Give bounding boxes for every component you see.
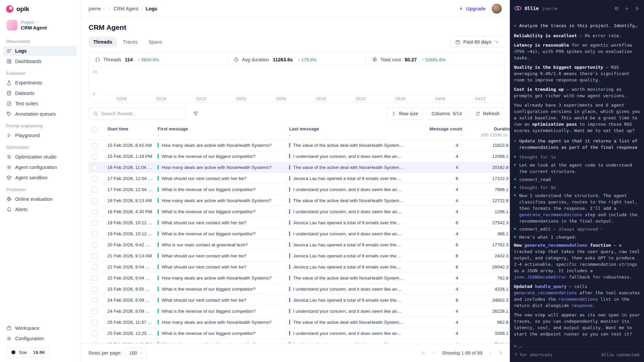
table-row[interactable]: 20 Feb 2026, 9:42 …Who is our main conta… [89, 239, 510, 250]
sidebar-item-optimization-studio[interactable]: Optimization studio [3, 152, 77, 162]
prev-page-button[interactable] [431, 350, 436, 355]
table-row[interactable]: 15 Feb 2026, 1:19 PMWhat is the revenue … [89, 151, 510, 162]
sidebar-item-alerts[interactable]: Alerts [3, 204, 77, 215]
rows-per-page-select[interactable]: 100 [125, 348, 147, 358]
row-checkbox[interactable] [92, 242, 97, 248]
sidebar-item-annotation-queues[interactable]: Annotation queues [3, 109, 77, 119]
table-row[interactable]: 15 Feb 2026, 8:42 AMHow many deals are a… [89, 140, 510, 151]
table-row[interactable]: 21 Feb 2026, 9:13 AMWhat should our next… [89, 250, 510, 261]
search-input[interactable] [101, 111, 181, 116]
sidebar-item-agent-configuration[interactable]: Agent configuration [3, 162, 77, 172]
stat-card-avg-duration[interactable]: Avg duration11263.6s↑ 179.9% [227, 53, 366, 67]
code-link[interactable]: recommendations [558, 297, 598, 302]
row-checkbox-cell [89, 228, 104, 239]
upgrade-button[interactable]: Upgrade [459, 6, 486, 11]
stat-card-total-cost[interactable]: Total cost$0.27↑ 52691.6% [366, 53, 504, 67]
table-row[interactable]: 25 Feb 2026, 12:25 …What is the revenue … [89, 328, 510, 339]
column-header-last-message[interactable]: Last message- [286, 124, 419, 140]
chat-input-prompt[interactable]: >… [514, 343, 640, 347]
column-header-start-time[interactable]: Start time- [104, 124, 154, 140]
last-message-cell: I understand your concern, and it does s… [286, 339, 419, 343]
row-checkbox[interactable] [92, 298, 97, 303]
table-row[interactable]: 22 Feb 2026, 9:04 …What should our next … [89, 261, 510, 273]
breadcrumb-workspace[interactable]: jverre [89, 6, 106, 11]
last-message-bar-icon [289, 331, 290, 336]
tab-traces[interactable]: Traces [118, 37, 142, 47]
stat-card-threads[interactable]: Threads114↑ 5600.0% [89, 53, 227, 67]
sidebar-item-playground[interactable]: Playground [3, 130, 77, 140]
sidebar-item-configuration[interactable]: Configuration [3, 334, 77, 344]
table-row[interactable]: 16 Feb 2026, 11:04 …How many deals are a… [89, 162, 510, 173]
code-link[interactable]: json.JSONDecodeError [514, 275, 567, 280]
sidebar-section-title: Production [0, 183, 80, 194]
collapse-panel-icon[interactable] [634, 6, 639, 11]
last-message-cell: I understand your concern, and it does s… [286, 206, 419, 217]
first-page-button[interactable] [421, 350, 426, 355]
table-row[interactable]: 19 Feb 2026, 10:12 …What is the revenue … [89, 228, 510, 239]
sidebar-item-dashboards[interactable]: Dashboards [3, 56, 77, 66]
table-row[interactable]: 22 Feb 2026, 9:04 …How many deals are ac… [89, 273, 510, 284]
table-row[interactable]: 25 Feb 2026, 11:47 …How many deals are a… [89, 317, 510, 328]
row-checkbox[interactable] [92, 154, 97, 159]
last-message-text: I understand your concern, and it does s… [293, 287, 401, 292]
sidebar-item-logs[interactable]: Logs [3, 46, 77, 56]
table-row[interactable]: 19 Feb 2026, 10:12 …What should our next… [89, 217, 510, 228]
date-range-button[interactable]: Past 60 days [450, 36, 504, 48]
column-header-message-count[interactable]: Message count- [419, 124, 464, 140]
row-size-button[interactable]: Row size [386, 107, 423, 120]
refresh-button[interactable]: Refresh [470, 107, 504, 120]
row-checkbox[interactable] [92, 209, 97, 215]
last-page-button[interactable] [498, 350, 503, 355]
column-header-first-message[interactable]: First message- [154, 124, 286, 140]
sidebar-item-experiments[interactable]: Experiments [3, 78, 77, 88]
row-checkbox[interactable] [92, 187, 97, 192]
filter-button[interactable] [189, 107, 202, 120]
column-header-duration[interactable]: Durationp50 12066.1s [464, 124, 510, 140]
code-link[interactable]: generate_recommendations [514, 290, 577, 295]
github-star-badge[interactable]: Star 18.9K [6, 347, 50, 357]
code-link[interactable]: response [572, 303, 593, 308]
code-link[interactable]: handle_query [535, 284, 567, 289]
row-checkbox-cell [89, 261, 104, 273]
sidebar-item-agent-sandbox[interactable]: Agent sandbox [3, 173, 77, 183]
row-checkbox[interactable] [92, 331, 97, 336]
new-chat-icon[interactable] [624, 6, 629, 11]
text-segment: Here's what I changed: [519, 235, 577, 240]
row-checkbox[interactable] [92, 176, 97, 181]
table-row[interactable]: 24 Feb 2026, 8:09 …What is the revenue o… [89, 306, 510, 317]
code-link[interactable]: generate_recommendations [519, 212, 582, 217]
table-row[interactable]: 18 Feb 2026, 4:30 PMWhat is the revenue … [89, 206, 510, 217]
sidebar-item-workspace[interactable]: Workspace [3, 323, 77, 333]
row-checkbox[interactable] [92, 220, 97, 226]
breadcrumb-project[interactable]: CRM Agent [113, 6, 138, 11]
row-checkbox[interactable] [92, 198, 97, 203]
table-row[interactable]: 17 Feb 2026, 12:54 …What should our next… [89, 173, 510, 184]
tab-threads[interactable]: Threads [89, 37, 117, 47]
columns-button[interactable]: Columns 8/14 [426, 107, 467, 120]
select-all-checkbox[interactable] [92, 127, 97, 132]
sidebar-item-datasets[interactable]: Datasets [3, 88, 77, 98]
table-row[interactable]: 23 Feb 2026, 9:55 …What is the revenue o… [89, 284, 510, 295]
project-selector[interactable]: Project CRM Agent [3, 17, 77, 33]
row-checkbox[interactable] [92, 276, 97, 281]
row-checkbox[interactable] [92, 165, 97, 170]
avatar[interactable] [492, 4, 502, 14]
row-checkbox[interactable] [92, 143, 97, 148]
tab-spans[interactable]: Spans [144, 37, 167, 47]
next-page-button[interactable] [488, 350, 493, 355]
table-row[interactable]: 24 Feb 2026, 8:09 …What should our next … [89, 295, 510, 306]
opik-logo[interactable]: opik [0, 0, 80, 16]
table-row[interactable]: 17 Feb 2026, 12:54 …What is the revenue … [89, 184, 510, 195]
row-checkbox[interactable] [92, 253, 97, 259]
row-checkbox[interactable] [92, 320, 97, 325]
row-checkbox[interactable] [92, 287, 97, 292]
table-row[interactable]: 26 Feb 2026, 1:41 PMWhat is the revenue … [89, 339, 510, 343]
sidebar-item-test-suites[interactable]: Test suites [3, 99, 77, 109]
row-checkbox[interactable] [92, 231, 97, 237]
sidebar-item-online-evaluation[interactable]: Online evaluation [3, 194, 77, 204]
table-row[interactable]: 18 Feb 2026, 8:13 AMHow many deals are a… [89, 195, 510, 206]
history-icon[interactable] [614, 6, 619, 11]
row-checkbox[interactable] [92, 264, 97, 270]
code-link[interactable]: generate_recommendations [524, 243, 587, 248]
row-checkbox[interactable] [92, 309, 97, 314]
